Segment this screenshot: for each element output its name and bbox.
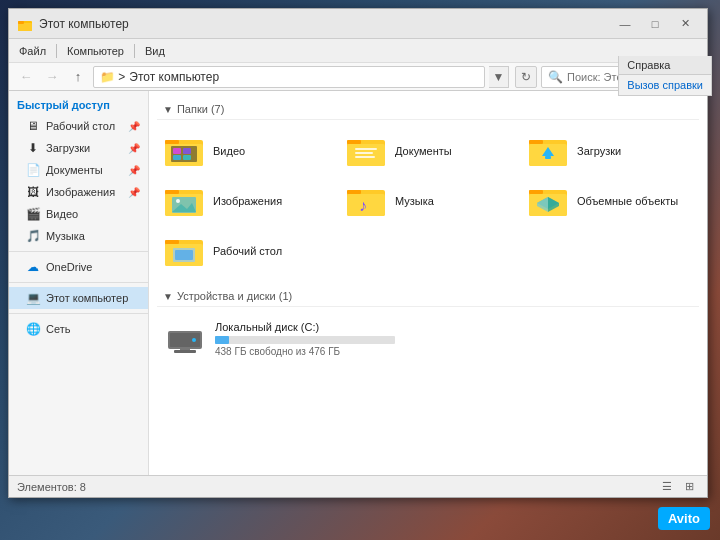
svg-rect-15 bbox=[355, 152, 373, 154]
help-panel: Справка Вызов справки bbox=[618, 56, 712, 96]
chevron-down-icon2: ▼ bbox=[163, 291, 173, 302]
menu-computer[interactable]: Компьютер bbox=[63, 43, 128, 59]
window-title: Этот компьютер bbox=[39, 17, 611, 31]
pin-icon: 📌 bbox=[128, 165, 140, 176]
drive-c[interactable]: Локальный диск (C:) 438 ГБ свободно из 4… bbox=[157, 315, 699, 363]
window-icon bbox=[17, 16, 33, 32]
quick-access-toolbar: Файл Компьютер Вид bbox=[9, 39, 707, 63]
help-call-item[interactable]: Вызов справки bbox=[619, 75, 711, 95]
sidebar-item-images[interactable]: 🖼 Изображения 📌 bbox=[9, 181, 148, 203]
view-grid-button[interactable]: ⊞ bbox=[679, 478, 699, 496]
help-panel-title: Справка bbox=[619, 56, 711, 75]
sidebar-quick-access[interactable]: Быстрый доступ bbox=[9, 95, 148, 115]
svg-rect-2 bbox=[18, 21, 24, 24]
drives-section: Локальный диск (C:) 438 ГБ свободно из 4… bbox=[157, 315, 699, 363]
search-icon: 🔍 bbox=[548, 70, 563, 84]
sidebar-divider3 bbox=[9, 313, 148, 314]
view-buttons: ☰ ⊞ bbox=[657, 478, 699, 496]
close-button[interactable]: ✕ bbox=[671, 14, 699, 34]
address-icon: 📁 > bbox=[100, 70, 125, 84]
address-bar: ← → ↑ 📁 > Этот компьютер ▼ ↻ 🔍 bbox=[9, 63, 707, 91]
video-icon: 🎬 bbox=[25, 206, 41, 222]
refresh-button[interactable]: ↻ bbox=[515, 66, 537, 88]
folder-desktop[interactable]: Рабочий стол bbox=[157, 228, 335, 274]
music-icon: 🎵 bbox=[25, 228, 41, 244]
pin-icon: 📌 bbox=[128, 143, 140, 154]
svg-rect-30 bbox=[347, 190, 361, 194]
menu-view[interactable]: Вид bbox=[141, 43, 169, 59]
folder-desktop-icon bbox=[165, 234, 205, 268]
folder-desktop-label: Рабочий стол bbox=[213, 244, 282, 258]
sidebar-item-network[interactable]: 🌐 Сеть bbox=[9, 318, 148, 340]
view-list-button[interactable]: ☰ bbox=[657, 478, 677, 496]
status-bar: Элементов: 8 ☰ ⊞ bbox=[9, 475, 707, 497]
folder-documents-icon bbox=[347, 134, 387, 168]
svg-point-26 bbox=[176, 199, 180, 203]
folder-images[interactable]: Изображения bbox=[157, 178, 335, 224]
documents-icon: 📄 bbox=[25, 162, 41, 178]
folder-3d-label: Объемные объекты bbox=[577, 194, 678, 208]
status-elements: Элементов: 8 bbox=[17, 481, 657, 493]
svg-text:♪: ♪ bbox=[359, 197, 367, 214]
drive-c-info: Локальный диск (C:) 438 ГБ свободно из 4… bbox=[215, 321, 691, 357]
up-button[interactable]: ↑ bbox=[67, 66, 89, 88]
forward-button[interactable]: → bbox=[41, 66, 63, 88]
pin-icon: 📌 bbox=[128, 187, 140, 198]
svg-rect-40 bbox=[165, 240, 179, 244]
sidebar-item-music[interactable]: 🎵 Музыка bbox=[9, 225, 148, 247]
sidebar-item-this-pc[interactable]: 💻 Этот компьютер bbox=[9, 287, 148, 309]
separator bbox=[134, 44, 135, 58]
svg-rect-19 bbox=[529, 140, 543, 144]
network-icon: 🌐 bbox=[25, 321, 41, 337]
folder-images-icon bbox=[165, 184, 205, 218]
minimize-button[interactable]: — bbox=[611, 14, 639, 34]
folder-video-label: Видео bbox=[213, 144, 245, 158]
folder-downloads-label: Загрузки bbox=[577, 144, 621, 158]
drives-section-title: Устройства и диски (1) bbox=[177, 290, 292, 302]
svg-rect-10 bbox=[183, 155, 191, 160]
window-controls: — □ ✕ bbox=[611, 14, 699, 34]
drive-bar-fill bbox=[215, 336, 229, 344]
folder-music-icon: ♪ bbox=[347, 184, 387, 218]
svg-rect-24 bbox=[165, 190, 179, 194]
folder-3d-icon bbox=[529, 184, 569, 218]
address-dropdown[interactable]: ▼ bbox=[489, 66, 509, 88]
sidebar-divider2 bbox=[9, 282, 148, 283]
back-button[interactable]: ← bbox=[15, 66, 37, 88]
svg-rect-42 bbox=[175, 250, 193, 260]
sidebar-item-onedrive[interactable]: ☁ OneDrive bbox=[9, 256, 148, 278]
svg-rect-12 bbox=[347, 144, 385, 166]
folder-images-label: Изображения bbox=[213, 194, 282, 208]
menu-file[interactable]: Файл bbox=[15, 43, 50, 59]
folder-video[interactable]: Видео bbox=[157, 128, 335, 174]
title-bar: Этот компьютер — □ ✕ bbox=[9, 9, 707, 39]
folder-downloads[interactable]: Загрузки bbox=[521, 128, 699, 174]
images-icon: 🖼 bbox=[25, 184, 41, 200]
address-path[interactable]: 📁 > Этот компьютер bbox=[93, 66, 485, 88]
main-content: Быстрый доступ 🖥 Рабочий стол 📌 ⬇ Загруз… bbox=[9, 91, 707, 475]
sidebar-item-video[interactable]: 🎬 Видео bbox=[9, 203, 148, 225]
svg-rect-5 bbox=[165, 140, 179, 144]
svg-rect-47 bbox=[174, 350, 196, 353]
folder-video-icon bbox=[165, 134, 205, 168]
chevron-down-icon: ▼ bbox=[163, 104, 173, 115]
svg-rect-13 bbox=[347, 140, 361, 144]
avito-badge: Avito bbox=[658, 507, 710, 530]
folder-music[interactable]: ♪ Музыка bbox=[339, 178, 517, 224]
folders-section-header[interactable]: ▼ Папки (7) bbox=[157, 99, 699, 120]
drives-section-header[interactable]: ▼ Устройства и диски (1) bbox=[157, 286, 699, 307]
this-pc-icon: 💻 bbox=[25, 290, 41, 306]
sidebar-item-desktop[interactable]: 🖥 Рабочий стол 📌 bbox=[9, 115, 148, 137]
separator bbox=[56, 44, 57, 58]
svg-rect-7 bbox=[173, 148, 181, 154]
sidebar-item-documents[interactable]: 📄 Документы 📌 bbox=[9, 159, 148, 181]
folder-documents[interactable]: Документы bbox=[339, 128, 517, 174]
svg-rect-9 bbox=[173, 155, 181, 160]
drive-c-space: 438 ГБ свободно из 476 ГБ bbox=[215, 346, 691, 357]
svg-rect-21 bbox=[545, 156, 551, 159]
folder-downloads-icon bbox=[529, 134, 569, 168]
sidebar-item-downloads[interactable]: ⬇ Загрузки 📌 bbox=[9, 137, 148, 159]
downloads-icon: ⬇ bbox=[25, 140, 41, 156]
folder-3d[interactable]: Объемные объекты bbox=[521, 178, 699, 224]
maximize-button[interactable]: □ bbox=[641, 14, 669, 34]
